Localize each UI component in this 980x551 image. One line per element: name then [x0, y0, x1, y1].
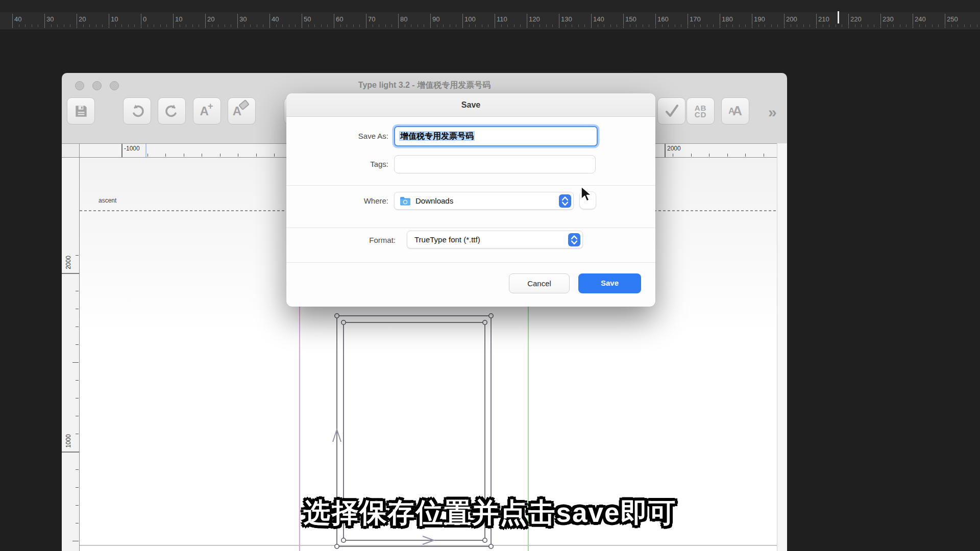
- floppy-disk-icon: [73, 103, 89, 119]
- preview-letter-large: A: [732, 103, 742, 119]
- screen: 4030201001020304050607080901001101201301…: [0, 0, 980, 551]
- redo-arrow-icon: [163, 103, 181, 120]
- font-preview-button[interactable]: AA: [721, 97, 749, 124]
- dialog-titlebar[interactable]: Save: [286, 93, 655, 117]
- save-as-label: Save As:: [297, 126, 388, 146]
- downloads-folder-icon: [400, 196, 411, 206]
- undo-button[interactable]: [123, 97, 151, 124]
- dialog-title: Save: [286, 93, 655, 116]
- ruler-cursor-indicator: [838, 11, 839, 23]
- save-button[interactable]: Save: [578, 273, 641, 293]
- mouse-cursor: [580, 186, 593, 202]
- format-stepper-icon[interactable]: [568, 233, 580, 246]
- abcd-icon: ABCD: [695, 105, 707, 118]
- plus-badge: +: [208, 101, 213, 112]
- save-dialog: Save Save As: 增值税专用发票号码 Tags: Where: Dow…: [286, 93, 655, 307]
- tags-field[interactable]: [394, 155, 596, 173]
- save-font-button[interactable]: [67, 97, 95, 124]
- selected-filename-text: 增值税专用发票号码: [399, 131, 475, 141]
- section-divider: [286, 228, 655, 228]
- redo-button[interactable]: [158, 97, 186, 124]
- toolbar-overflow-chevrons[interactable]: »: [768, 104, 776, 121]
- format-label: Format:: [297, 231, 396, 249]
- add-glyph-button[interactable]: A+: [193, 97, 221, 124]
- ruler-position-indicator: [145, 144, 146, 157]
- section-divider: [286, 185, 655, 186]
- checkmark-icon: [663, 103, 680, 120]
- tags-label: Tags:: [297, 155, 388, 173]
- section-divider: [286, 262, 655, 263]
- where-stepper-icon[interactable]: [559, 194, 571, 208]
- where-label: Where:: [297, 192, 388, 210]
- vertical-scrollbar-track[interactable]: [777, 143, 787, 551]
- top-strip: [0, 0, 980, 12]
- format-value: TrueType font (*.ttf): [414, 235, 480, 244]
- cancel-button[interactable]: Cancel: [509, 273, 570, 293]
- save-as-field[interactable]: 增值税专用发票号码: [394, 126, 598, 146]
- video-subtitle: 选择保存位置并点击save即可: [304, 495, 677, 532]
- canvas-vertical-ruler: 200010000: [62, 158, 80, 551]
- window-titlebar[interactable]: Type light 3.2 - 增值税专用发票号码: [62, 73, 787, 95]
- format-dropdown[interactable]: TrueType font (*.ttf): [407, 231, 583, 248]
- test-text-button[interactable]: ABCD: [687, 97, 715, 124]
- window-title: Type light 3.2 - 增值税专用发票号码: [62, 80, 787, 91]
- validate-button[interactable]: [657, 97, 685, 124]
- ascent-label: ascent: [99, 197, 116, 204]
- where-dropdown[interactable]: Downloads: [394, 192, 574, 210]
- undo-arrow-icon: [129, 103, 146, 120]
- ruler-corner-box: [62, 144, 80, 157]
- top-measure-ruler: 4030201001020304050607080901001101201301…: [0, 12, 980, 30]
- delete-glyph-button[interactable]: A: [228, 97, 256, 124]
- where-value: Downloads: [415, 196, 453, 205]
